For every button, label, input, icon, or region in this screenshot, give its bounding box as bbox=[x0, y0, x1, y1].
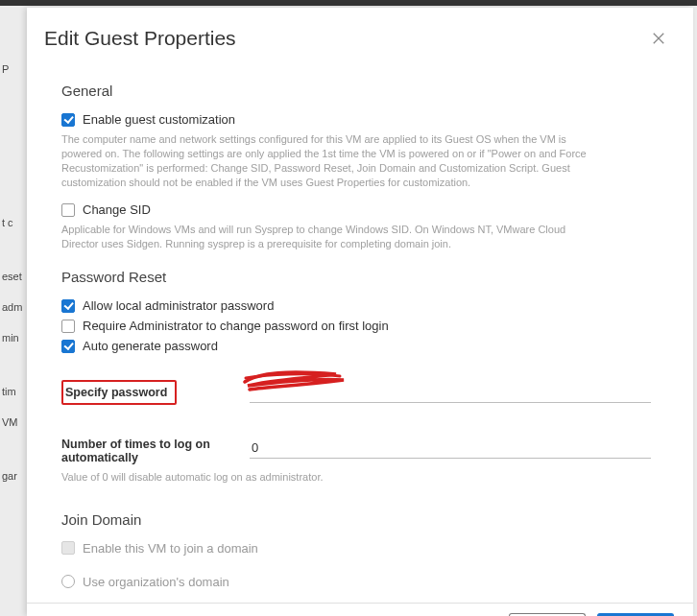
allow-local-admin-password-label: Allow local administrator password bbox=[83, 298, 274, 313]
change-sid-help-text: Applicable for Windows VMs and will run … bbox=[61, 223, 599, 251]
close-icon[interactable] bbox=[651, 31, 666, 46]
auto-generate-password-checkbox[interactable] bbox=[61, 340, 75, 353]
use-org-domain-radio[interactable] bbox=[61, 575, 75, 588]
auto-generate-password-label: Auto generate password bbox=[83, 339, 218, 353]
specify-password-label-highlight: Specify password bbox=[61, 380, 177, 405]
bg-peek: gar bbox=[0, 464, 27, 487]
change-sid-checkbox[interactable] bbox=[61, 203, 75, 217]
bg-peek: min bbox=[0, 326, 27, 349]
auto-logon-count-input[interactable] bbox=[250, 438, 651, 459]
enable-join-domain-label: Enable this VM to join a domain bbox=[83, 541, 258, 556]
section-heading-password-reset: Password Reset bbox=[61, 269, 661, 285]
section-heading-join-domain: Join Domain bbox=[61, 511, 661, 528]
modal-header: Edit Guest Properties bbox=[27, 8, 693, 54]
edit-guest-properties-modal: Edit Guest Properties General Enable gue… bbox=[27, 8, 693, 616]
modal-body-scroll[interactable]: General Enable guest customization The c… bbox=[61, 65, 674, 603]
allow-local-admin-password-checkbox[interactable] bbox=[61, 299, 75, 313]
change-sid-label: Change SID bbox=[83, 202, 151, 217]
require-admin-change-password-label: Require Administrator to change password… bbox=[83, 319, 389, 333]
bg-peek: adm bbox=[0, 296, 27, 319]
bg-peek: tim bbox=[0, 380, 27, 403]
modal-footer bbox=[27, 603, 693, 616]
bg-peek: eset bbox=[0, 265, 27, 288]
enable-guest-help-text: The computer name and network settings c… bbox=[61, 132, 599, 189]
auto-logon-count-label: Number of times to log on automatically bbox=[61, 438, 234, 464]
auto-logon-help-text: Value of 0 will disable automatic log on… bbox=[61, 470, 599, 485]
specify-password-input[interactable] bbox=[250, 382, 651, 403]
enable-guest-customization-label: Enable guest customization bbox=[83, 112, 235, 127]
modal-title: Edit Guest Properties bbox=[44, 27, 236, 50]
bg-peek: t c bbox=[0, 211, 27, 234]
enable-join-domain-checkbox bbox=[61, 541, 75, 555]
top-dark-bar bbox=[0, 0, 697, 6]
require-admin-change-password-checkbox[interactable] bbox=[61, 320, 75, 333]
bg-peek: VM bbox=[0, 411, 27, 434]
specify-password-label: Specify password bbox=[65, 386, 167, 399]
section-heading-general: General bbox=[61, 83, 661, 99]
use-org-domain-label: Use organization's domain bbox=[83, 575, 229, 589]
bg-peek: P bbox=[0, 58, 27, 81]
enable-guest-customization-checkbox[interactable] bbox=[61, 113, 75, 127]
